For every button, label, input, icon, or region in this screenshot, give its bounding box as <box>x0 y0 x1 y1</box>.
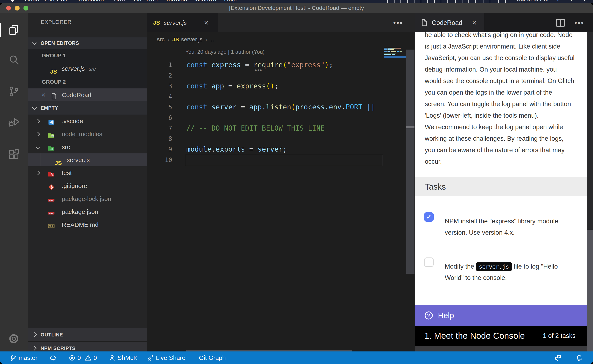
status-errors[interactable]: 0 <box>68 351 81 364</box>
activity-bar <box>0 13 28 351</box>
status-publish[interactable] <box>49 351 59 364</box>
line-number: 5 <box>147 102 172 112</box>
code-line-3[interactable]: const app = express(); <box>186 81 279 91</box>
breadcrumb-item[interactable]: … <box>210 36 216 43</box>
tree-item-src[interactable]: </>src <box>28 140 147 153</box>
panel-scrollbar[interactable] <box>587 32 593 351</box>
activity-search[interactable] <box>0 54 28 67</box>
tree-item-gitignore[interactable]: .gitignore <box>28 179 147 192</box>
line-number: 6 <box>147 112 172 123</box>
minimap-line <box>384 53 406 53</box>
macos-menu-bar[interactable]: ◆CodeFileEditSelectionViewGoRunTerminalW… <box>0 0 593 3</box>
apple-menu-icon[interactable]: ◆ <box>10 0 15 3</box>
menu-clock[interactable]: Sat 9:45 PM <box>517 0 548 3</box>
codelens-annotation[interactable]: You, 20 days ago | 1 author (You) <box>185 48 265 56</box>
activity-source-control[interactable] <box>0 85 28 98</box>
lesson-text-line: 'Logs' (lower-left, inside the tools men… <box>425 110 579 121</box>
help-button[interactable]: ? Help <box>415 305 587 326</box>
menu-status-icon[interactable] <box>498 0 506 3</box>
menu-item-edit[interactable]: Edit <box>57 0 67 3</box>
tree-item-test[interactable]: test <box>28 166 147 179</box>
tree-item-package-lockjson[interactable]: npmpackage-lock.json <box>28 192 147 205</box>
control-center-icon[interactable]: ◐ <box>570 0 573 3</box>
menu-item-code[interactable]: Code <box>25 0 39 3</box>
menu-item-file[interactable]: File <box>45 0 54 3</box>
inline-hint-dots: ••• <box>255 67 262 73</box>
menu-status-icon[interactable] <box>400 0 408 3</box>
task-checkbox-2[interactable] <box>424 258 434 267</box>
title-bar[interactable]: [Extension Development Host] - CodeRoad … <box>0 3 593 13</box>
menu-status-icon[interactable] <box>427 0 435 3</box>
tree-item-node_modules[interactable]: JSnode_modules <box>28 128 147 140</box>
code-line-5[interactable]: const server = app.listen(process.env.PO… <box>186 102 375 112</box>
status-notifications[interactable] <box>575 351 585 364</box>
menu-item-terminal[interactable]: Terminal <box>165 0 189 3</box>
tree-item-packagejson[interactable]: npmpackage.json <box>28 205 147 218</box>
activity-explorer[interactable] <box>0 23 28 37</box>
spotlight-icon[interactable]: ⌕ <box>557 0 560 3</box>
minimap[interactable] <box>384 48 406 60</box>
activity-extensions[interactable] <box>0 148 28 162</box>
menu-item-view[interactable]: View <box>113 0 126 3</box>
lesson-footer[interactable]: 1. Meet the Node Console 1 of 2 tasks <box>415 326 587 346</box>
close-tab-icon[interactable]: × <box>204 13 208 32</box>
close-tab-icon[interactable]: × <box>472 13 476 32</box>
activity-settings[interactable] <box>0 332 28 345</box>
vscode-window: [Extension Development Host] - CodeRoad … <box>0 3 593 364</box>
status-feedback[interactable] <box>554 351 563 364</box>
menu-item-run[interactable]: Run <box>147 0 158 3</box>
code-line-7[interactable]: // -- DO NOT EDIT BELOW THIS LINE <box>186 123 325 134</box>
section-npm-scripts[interactable]: NPM SCRIPTS <box>28 341 147 351</box>
editor-more-actions-icon[interactable]: ••• <box>393 13 403 32</box>
tree-item-READMEmd[interactable]: README.md <box>28 218 147 231</box>
scrollbar-thumb[interactable] <box>406 50 414 274</box>
coderoad-panel: CodeRoad × ••• be able to check what's g… <box>415 13 593 351</box>
breadcrumb-item[interactable]: src <box>157 36 165 43</box>
status-git-graph[interactable]: Git Graph <box>199 351 226 364</box>
breadcrumb-item[interactable]: JSserver.js <box>172 36 202 43</box>
code-line-9[interactable]: module.exports = server; <box>186 144 287 155</box>
menu-status-icon[interactable] <box>441 0 448 3</box>
status-git-branch[interactable]: master <box>9 351 38 364</box>
section-empty[interactable]: EMPTY <box>28 101 147 115</box>
tree-item-serverjs[interactable]: JSserver.js <box>28 153 147 166</box>
breadcrumb[interactable]: src›JSserver.js›… <box>147 32 415 46</box>
menu-item-window[interactable]: Window <box>195 0 217 3</box>
panel-tab-bar: CodeRoad × ••• <box>415 13 593 32</box>
siri-icon[interactable]: ● <box>583 0 586 3</box>
open-editor-server.js[interactable]: JSserver.jssrc <box>28 62 147 75</box>
menu-status-icon[interactable] <box>468 0 476 3</box>
split-editor-icon[interactable] <box>555 17 566 28</box>
section-open-editors[interactable]: OPEN EDITORS <box>28 37 147 49</box>
git-icon <box>47 182 55 190</box>
activity-run-and-debug[interactable] <box>0 115 28 129</box>
panel-more-actions-icon[interactable]: ••• <box>574 13 584 32</box>
menu-status-icon[interactable] <box>483 0 490 3</box>
md-icon <box>47 221 55 228</box>
svg-text:</>: </> <box>50 148 53 150</box>
menu-item-help[interactable]: Help <box>224 0 237 3</box>
menu-status-icon[interactable] <box>387 0 394 3</box>
tree-item-vscode[interactable]: .vscode <box>28 115 147 128</box>
open-editor-coderoad[interactable]: ×CodeRoad <box>28 88 147 101</box>
panel-scrollbar-thumb[interactable] <box>587 230 593 351</box>
status-warnings[interactable]: 0 <box>84 351 97 364</box>
status-live-share[interactable]: Live Share <box>147 351 185 364</box>
menu-item-go[interactable]: Go <box>133 0 141 3</box>
active-indicator <box>0 23 1 37</box>
menu-item-selection[interactable]: Selection <box>79 0 104 3</box>
vscode-icon <box>47 117 55 125</box>
task-checkbox-1[interactable]: ✓ <box>424 212 434 222</box>
lesson-text-line: is just a JavaScript environment. Like c… <box>425 41 579 52</box>
editor-vertical-scrollbar[interactable] <box>406 35 414 350</box>
svg-text:npm: npm <box>49 199 53 201</box>
line-number: 10 <box>147 155 172 165</box>
menu-status-icon[interactable] <box>455 0 462 3</box>
section-outline[interactable]: OUTLINE <box>28 328 147 342</box>
close-editor-icon[interactable]: × <box>41 88 46 101</box>
breadcrumb-separator: › <box>167 36 169 43</box>
tab-coderoad[interactable]: CodeRoad × <box>415 13 484 32</box>
menu-status-icon[interactable] <box>414 0 421 3</box>
tab-server-js[interactable]: JS server.js × <box>147 13 218 32</box>
status-live-share-account[interactable]: ShMcK <box>108 351 138 364</box>
